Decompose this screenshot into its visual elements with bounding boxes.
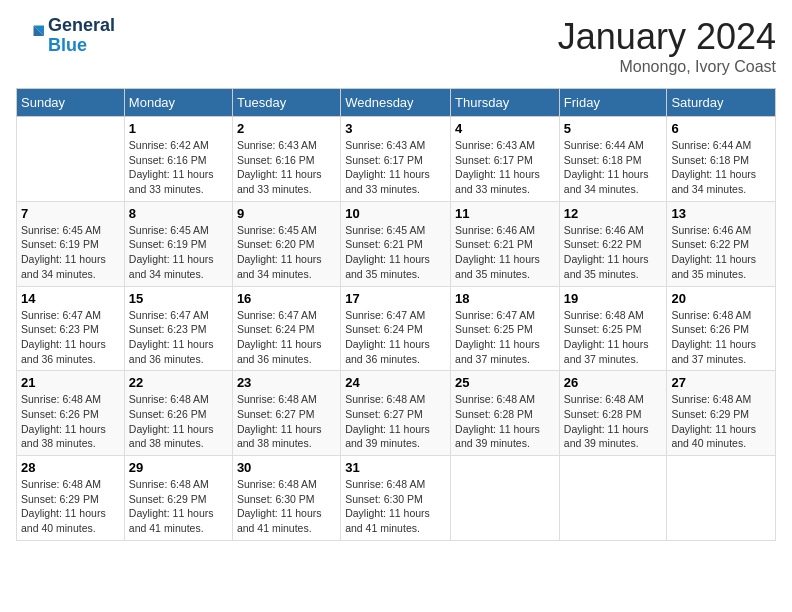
calendar-cell: [667, 456, 776, 541]
calendar-cell: 9Sunrise: 6:45 AMSunset: 6:20 PMDaylight…: [232, 201, 340, 286]
day-number: 14: [21, 291, 120, 306]
calendar-week-row: 7Sunrise: 6:45 AMSunset: 6:19 PMDaylight…: [17, 201, 776, 286]
day-number: 27: [671, 375, 771, 390]
cell-details: Sunrise: 6:46 AMSunset: 6:22 PMDaylight:…: [564, 223, 663, 282]
weekday-header: Sunday: [17, 89, 125, 117]
day-number: 22: [129, 375, 228, 390]
day-number: 16: [237, 291, 336, 306]
calendar-week-row: 21Sunrise: 6:48 AMSunset: 6:26 PMDayligh…: [17, 371, 776, 456]
calendar-cell: 30Sunrise: 6:48 AMSunset: 6:30 PMDayligh…: [232, 456, 340, 541]
day-number: 7: [21, 206, 120, 221]
calendar-cell: 23Sunrise: 6:48 AMSunset: 6:27 PMDayligh…: [232, 371, 340, 456]
cell-details: Sunrise: 6:47 AMSunset: 6:23 PMDaylight:…: [129, 308, 228, 367]
calendar-cell: 22Sunrise: 6:48 AMSunset: 6:26 PMDayligh…: [124, 371, 232, 456]
logo-line1: General: [48, 16, 115, 36]
cell-details: Sunrise: 6:46 AMSunset: 6:21 PMDaylight:…: [455, 223, 555, 282]
cell-details: Sunrise: 6:48 AMSunset: 6:29 PMDaylight:…: [21, 477, 120, 536]
day-number: 30: [237, 460, 336, 475]
month-title: January 2024: [558, 16, 776, 58]
calendar-cell: 19Sunrise: 6:48 AMSunset: 6:25 PMDayligh…: [559, 286, 667, 371]
calendar-week-row: 1Sunrise: 6:42 AMSunset: 6:16 PMDaylight…: [17, 117, 776, 202]
calendar-cell: 15Sunrise: 6:47 AMSunset: 6:23 PMDayligh…: [124, 286, 232, 371]
calendar-cell: 24Sunrise: 6:48 AMSunset: 6:27 PMDayligh…: [341, 371, 451, 456]
calendar-cell: 12Sunrise: 6:46 AMSunset: 6:22 PMDayligh…: [559, 201, 667, 286]
day-number: 9: [237, 206, 336, 221]
cell-details: Sunrise: 6:45 AMSunset: 6:20 PMDaylight:…: [237, 223, 336, 282]
day-number: 1: [129, 121, 228, 136]
calendar-cell: [451, 456, 560, 541]
cell-details: Sunrise: 6:43 AMSunset: 6:16 PMDaylight:…: [237, 138, 336, 197]
calendar-cell: [17, 117, 125, 202]
cell-details: Sunrise: 6:45 AMSunset: 6:19 PMDaylight:…: [129, 223, 228, 282]
page-header: General Blue January 2024 Monongo, Ivory…: [16, 16, 776, 76]
cell-details: Sunrise: 6:48 AMSunset: 6:27 PMDaylight:…: [237, 392, 336, 451]
day-number: 17: [345, 291, 446, 306]
cell-details: Sunrise: 6:45 AMSunset: 6:21 PMDaylight:…: [345, 223, 446, 282]
logo-line2: Blue: [48, 36, 115, 56]
weekday-header: Friday: [559, 89, 667, 117]
day-number: 29: [129, 460, 228, 475]
weekday-header: Tuesday: [232, 89, 340, 117]
day-number: 28: [21, 460, 120, 475]
day-number: 12: [564, 206, 663, 221]
day-number: 18: [455, 291, 555, 306]
calendar-cell: 21Sunrise: 6:48 AMSunset: 6:26 PMDayligh…: [17, 371, 125, 456]
calendar-cell: 25Sunrise: 6:48 AMSunset: 6:28 PMDayligh…: [451, 371, 560, 456]
calendar-cell: 13Sunrise: 6:46 AMSunset: 6:22 PMDayligh…: [667, 201, 776, 286]
cell-details: Sunrise: 6:48 AMSunset: 6:29 PMDaylight:…: [129, 477, 228, 536]
cell-details: Sunrise: 6:46 AMSunset: 6:22 PMDaylight:…: [671, 223, 771, 282]
day-number: 11: [455, 206, 555, 221]
calendar-cell: 6Sunrise: 6:44 AMSunset: 6:18 PMDaylight…: [667, 117, 776, 202]
day-number: 15: [129, 291, 228, 306]
cell-details: Sunrise: 6:48 AMSunset: 6:29 PMDaylight:…: [671, 392, 771, 451]
day-number: 19: [564, 291, 663, 306]
cell-details: Sunrise: 6:44 AMSunset: 6:18 PMDaylight:…: [564, 138, 663, 197]
calendar-cell: 3Sunrise: 6:43 AMSunset: 6:17 PMDaylight…: [341, 117, 451, 202]
cell-details: Sunrise: 6:48 AMSunset: 6:26 PMDaylight:…: [129, 392, 228, 451]
cell-details: Sunrise: 6:44 AMSunset: 6:18 PMDaylight:…: [671, 138, 771, 197]
cell-details: Sunrise: 6:48 AMSunset: 6:26 PMDaylight:…: [671, 308, 771, 367]
location: Monongo, Ivory Coast: [558, 58, 776, 76]
calendar-cell: 8Sunrise: 6:45 AMSunset: 6:19 PMDaylight…: [124, 201, 232, 286]
day-number: 4: [455, 121, 555, 136]
calendar-cell: 14Sunrise: 6:47 AMSunset: 6:23 PMDayligh…: [17, 286, 125, 371]
cell-details: Sunrise: 6:48 AMSunset: 6:30 PMDaylight:…: [237, 477, 336, 536]
day-number: 21: [21, 375, 120, 390]
cell-details: Sunrise: 6:45 AMSunset: 6:19 PMDaylight:…: [21, 223, 120, 282]
cell-details: Sunrise: 6:43 AMSunset: 6:17 PMDaylight:…: [455, 138, 555, 197]
cell-details: Sunrise: 6:47 AMSunset: 6:23 PMDaylight:…: [21, 308, 120, 367]
calendar-cell: 31Sunrise: 6:48 AMSunset: 6:30 PMDayligh…: [341, 456, 451, 541]
day-number: 5: [564, 121, 663, 136]
weekday-header: Thursday: [451, 89, 560, 117]
day-number: 24: [345, 375, 446, 390]
logo-icon: [16, 22, 44, 50]
calendar-week-row: 28Sunrise: 6:48 AMSunset: 6:29 PMDayligh…: [17, 456, 776, 541]
calendar-cell: 27Sunrise: 6:48 AMSunset: 6:29 PMDayligh…: [667, 371, 776, 456]
day-number: 8: [129, 206, 228, 221]
cell-details: Sunrise: 6:47 AMSunset: 6:24 PMDaylight:…: [237, 308, 336, 367]
day-number: 13: [671, 206, 771, 221]
calendar-cell: 10Sunrise: 6:45 AMSunset: 6:21 PMDayligh…: [341, 201, 451, 286]
cell-details: Sunrise: 6:48 AMSunset: 6:25 PMDaylight:…: [564, 308, 663, 367]
cell-details: Sunrise: 6:48 AMSunset: 6:28 PMDaylight:…: [564, 392, 663, 451]
calendar-cell: 2Sunrise: 6:43 AMSunset: 6:16 PMDaylight…: [232, 117, 340, 202]
calendar-cell: 1Sunrise: 6:42 AMSunset: 6:16 PMDaylight…: [124, 117, 232, 202]
calendar-cell: 16Sunrise: 6:47 AMSunset: 6:24 PMDayligh…: [232, 286, 340, 371]
cell-details: Sunrise: 6:47 AMSunset: 6:24 PMDaylight:…: [345, 308, 446, 367]
day-number: 23: [237, 375, 336, 390]
cell-details: Sunrise: 6:47 AMSunset: 6:25 PMDaylight:…: [455, 308, 555, 367]
calendar-cell: 28Sunrise: 6:48 AMSunset: 6:29 PMDayligh…: [17, 456, 125, 541]
calendar-cell: 5Sunrise: 6:44 AMSunset: 6:18 PMDaylight…: [559, 117, 667, 202]
cell-details: Sunrise: 6:48 AMSunset: 6:28 PMDaylight:…: [455, 392, 555, 451]
cell-details: Sunrise: 6:42 AMSunset: 6:16 PMDaylight:…: [129, 138, 228, 197]
cell-details: Sunrise: 6:43 AMSunset: 6:17 PMDaylight:…: [345, 138, 446, 197]
weekday-header: Saturday: [667, 89, 776, 117]
calendar-table: SundayMondayTuesdayWednesdayThursdayFrid…: [16, 88, 776, 541]
day-number: 6: [671, 121, 771, 136]
cell-details: Sunrise: 6:48 AMSunset: 6:26 PMDaylight:…: [21, 392, 120, 451]
calendar-cell: 7Sunrise: 6:45 AMSunset: 6:19 PMDaylight…: [17, 201, 125, 286]
title-block: January 2024 Monongo, Ivory Coast: [558, 16, 776, 76]
weekday-header: Wednesday: [341, 89, 451, 117]
day-number: 25: [455, 375, 555, 390]
calendar-cell: [559, 456, 667, 541]
